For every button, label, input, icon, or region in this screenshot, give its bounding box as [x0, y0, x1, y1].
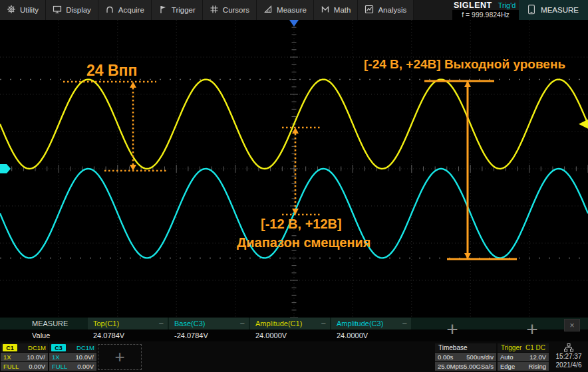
add-channel-button[interactable]: +: [98, 344, 142, 370]
measurement-name: Top(C1): [93, 320, 119, 327]
annotation-vpp: 24 Впп: [86, 62, 137, 80]
memory-depth: 25.0Mpts: [438, 363, 464, 370]
annotation-offset-range-value: [-12 В, +12В]: [261, 217, 342, 232]
annotation-output-level: [-24 В, +24В] Выходной уровень: [364, 57, 565, 72]
menu-label: Display: [66, 6, 91, 14]
measurement-value: 24.0784V: [88, 331, 169, 339]
menu-math[interactable]: Math: [314, 0, 359, 20]
display-icon: [53, 5, 62, 15]
menu-label: Trigger: [172, 6, 196, 14]
measurement-name: Amplitude(C1): [255, 320, 302, 327]
analysis-chart-icon: [365, 5, 374, 15]
close-measurement-panel-button[interactable]: ×: [564, 319, 580, 331]
measurement-value: 24.0000V: [331, 331, 412, 339]
bandwidth-limit: FULL: [3, 363, 19, 370]
probe-attenuation: 1X: [52, 353, 60, 361]
tablet-icon: [528, 5, 535, 16]
plus-icon: +: [114, 347, 124, 367]
probe-attenuation: 1X: [3, 353, 11, 361]
trigger-status: Trig'd: [498, 1, 516, 9]
menu-measure[interactable]: Measure: [257, 0, 314, 20]
trigger-panel[interactable]: Trigger C1 DC Auto 12.0V Edge Rising: [498, 343, 549, 371]
measurement-name: Base(C3): [174, 320, 205, 327]
plus-icon: +: [446, 318, 458, 341]
timebase-title: Timebase: [438, 344, 468, 351]
menu-label: Cursors: [223, 6, 249, 14]
channel-badge: C3: [51, 344, 66, 351]
clock-date: 2021/4/6: [550, 361, 587, 369]
trigger-title: Trigger: [501, 344, 521, 351]
minus-icon[interactable]: −: [321, 320, 326, 328]
measurement-value: 24.0000V: [250, 331, 331, 339]
trigger-source: C1 DC: [525, 344, 545, 351]
channel-offset: 0.00V: [29, 363, 45, 370]
measurement-item-amplitude-c3[interactable]: Amplitude(C3) −: [331, 318, 411, 329]
network-icon: [550, 343, 587, 352]
timebase-delay: 0.00s: [438, 353, 453, 361]
trigger-position-marker: [289, 20, 299, 27]
measurement-panel-title: MEASURE: [0, 320, 88, 327]
add-measurement-button[interactable]: +: [517, 319, 547, 340]
top-menu-bar: Utility Display Acquire Trigger Cursors …: [0, 0, 588, 20]
bandwidth-limit: FULL: [52, 363, 67, 370]
acquire-arch-icon: [105, 5, 114, 15]
channel-coupling: DC1M: [76, 344, 94, 351]
channel-offset: 0.00V: [77, 363, 94, 370]
gear-icon: [7, 5, 16, 15]
menu-label: Math: [334, 6, 351, 14]
channel-badge: C1: [3, 344, 17, 351]
close-icon: ×: [569, 321, 574, 330]
frequency-readout: f = 999.9824Hz: [452, 10, 519, 20]
menu-acquire[interactable]: Acquire: [98, 0, 152, 20]
menu-cursors[interactable]: Cursors: [203, 0, 257, 20]
channel-position-marker: [0, 164, 11, 173]
channel-coupling: DC1M: [28, 344, 46, 351]
measurement-name: Amplitude(C3): [337, 320, 383, 327]
brand-logo: SIGLENT: [454, 1, 492, 10]
menu-label: Analysis: [378, 6, 406, 14]
measurement-item-top-c1[interactable]: Top(C1) −: [88, 318, 168, 329]
trigger-level-marker: [579, 120, 588, 129]
waveform-display: 24 Впп [-24 В, +24В] Выходной уровень [-…: [0, 20, 588, 318]
trigger-flag-icon: [158, 5, 168, 15]
clock-area: 15:27:37 2021/4/6: [550, 343, 587, 369]
menu-trigger[interactable]: Trigger: [152, 0, 203, 20]
volts-per-div: 10.0V/: [76, 353, 94, 361]
menu-utility[interactable]: Utility: [0, 0, 46, 20]
timebase-scale: 500us/div: [466, 353, 494, 361]
trigger-slope: Rising: [529, 363, 546, 370]
trigger-level: 12.0V: [529, 353, 546, 361]
trigger-mode: Auto: [500, 353, 514, 361]
measurement-value-row: Value 24.0784V -24.0784V 24.0000V 24.000…: [0, 329, 588, 341]
annotation-offset-range-title: Диапазон смещения: [237, 235, 371, 250]
measure-triangle-icon: [263, 5, 273, 15]
minus-icon[interactable]: −: [158, 320, 164, 328]
menu-label: Utility: [20, 6, 39, 14]
cursors-grid-icon: [210, 5, 219, 15]
measurement-value: -24.0784V: [169, 331, 250, 339]
sample-rate: 5.00GSa/s: [464, 363, 494, 370]
menu-display[interactable]: Display: [46, 0, 98, 20]
add-measurement-button[interactable]: +: [438, 319, 467, 340]
status-bar: C1 DC1M 1X 10.0V/ FULL 0.00V C3 DC1M 1X …: [0, 341, 588, 372]
measurement-item-amplitude-c1[interactable]: Amplitude(C1) −: [250, 318, 330, 329]
value-row-label: Value: [0, 331, 88, 339]
measurement-item-base-c3[interactable]: Base(C3) −: [169, 318, 249, 329]
math-icon: [321, 5, 330, 15]
waveform-c1: [0, 80, 588, 169]
timebase-panel[interactable]: Timebase 0.00s 500us/div 25.0Mpts 5.00GS…: [435, 343, 496, 371]
minus-icon[interactable]: −: [239, 320, 245, 328]
plus-icon: +: [526, 318, 538, 341]
minus-icon[interactable]: −: [402, 320, 407, 328]
oscilloscope-ui: Utility Display Acquire Trigger Cursors …: [0, 0, 588, 372]
measurement-panel: MEASURE Top(C1) − Base(C3) − Amplitude(C…: [0, 318, 588, 341]
channel-box-c3[interactable]: C3 DC1M 1X 10.0V/ FULL 0.00V: [49, 343, 96, 371]
measure-dialog-button[interactable]: MEASURE: [519, 0, 588, 20]
trigger-type: Edge: [500, 363, 515, 370]
measurement-header-row: MEASURE Top(C1) − Base(C3) − Amplitude(C…: [0, 318, 588, 329]
measure-button-label: MEASURE: [541, 6, 579, 14]
clock-time: 15:27:37: [550, 352, 587, 361]
channel-box-c1[interactable]: C1 DC1M 1X 10.0V/ FULL 0.00V: [1, 343, 48, 371]
menu-label: Acquire: [118, 6, 144, 14]
menu-analysis[interactable]: Analysis: [358, 0, 414, 20]
